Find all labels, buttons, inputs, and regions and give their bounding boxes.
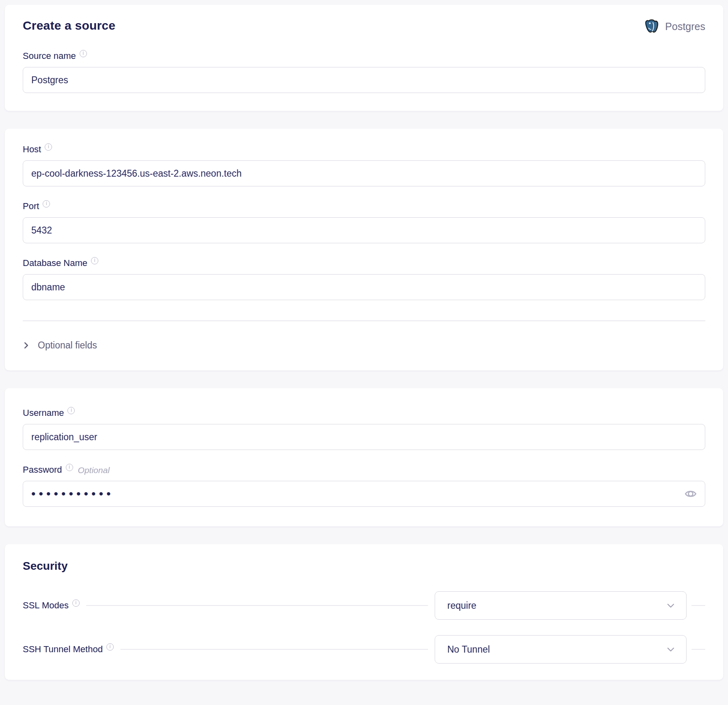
password-info-icon[interactable] [66, 464, 73, 471]
credentials-card: Username Password Optional [5, 388, 723, 526]
divider [23, 320, 705, 321]
connector-line [691, 605, 705, 606]
username-input[interactable] [23, 424, 705, 450]
source-name-info-icon[interactable] [80, 50, 87, 57]
ssl-modes-value: require [447, 600, 477, 611]
database-name-info-icon[interactable] [91, 257, 98, 264]
connector-line [86, 605, 428, 606]
ssh-tunnel-info-icon[interactable] [106, 643, 114, 651]
username-label: Username [23, 408, 64, 418]
connector-line [691, 649, 705, 650]
host-input[interactable] [23, 160, 705, 186]
ssh-tunnel-label: SSH Tunnel Method [23, 644, 103, 655]
ssl-modes-select[interactable]: require [435, 591, 687, 620]
password-label: Password [23, 465, 62, 475]
optional-fields-toggle[interactable]: Optional fields [23, 340, 705, 351]
security-title: Security [23, 560, 705, 573]
host-info-icon[interactable] [45, 143, 52, 151]
security-card: Security SSL Modes require SSH Tunnel Me… [5, 544, 723, 680]
page: { "header_card": { "title": "Create a so… [0, 0, 728, 705]
connector-line [120, 649, 428, 650]
source-name-input[interactable] [23, 67, 705, 93]
ssl-modes-row: SSL Modes require [23, 591, 705, 620]
port-label: Port [23, 201, 39, 212]
connection-card: Host Port Database Name Optional fields [5, 129, 723, 370]
toggle-password-visibility-button[interactable] [682, 486, 699, 502]
port-info-icon[interactable] [43, 200, 50, 208]
username-info-icon[interactable] [67, 407, 75, 414]
connector-name: Postgres [665, 21, 705, 32]
page-title: Create a source [23, 19, 115, 32]
chevron-right-icon [23, 342, 30, 349]
optional-fields-label: Optional fields [38, 340, 97, 351]
database-name-input[interactable] [23, 274, 705, 300]
ssh-tunnel-value: No Tunnel [447, 644, 490, 655]
ssl-modes-label: SSL Modes [23, 600, 69, 611]
ssh-tunnel-select[interactable]: No Tunnel [435, 635, 687, 664]
host-label: Host [23, 144, 41, 155]
source-name-label: Source name [23, 51, 76, 61]
password-input[interactable] [23, 481, 705, 507]
password-optional-badge: Optional [78, 465, 110, 475]
port-input[interactable] [23, 217, 705, 243]
connector-badge: Postgres [644, 19, 705, 35]
create-source-card: Create a source Postgres Source name [5, 5, 723, 111]
ssl-modes-info-icon[interactable] [72, 599, 80, 607]
ssh-tunnel-row: SSH Tunnel Method No Tunnel [23, 635, 705, 664]
chevron-down-icon [666, 644, 676, 654]
chevron-down-icon [666, 601, 676, 610]
postgres-logo-icon [644, 19, 659, 35]
database-name-label: Database Name [23, 258, 87, 268]
eye-icon [684, 495, 697, 502]
